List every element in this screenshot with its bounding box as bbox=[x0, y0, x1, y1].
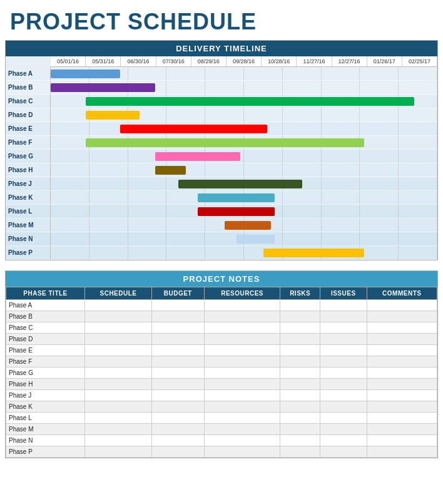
gantt-bar bbox=[198, 193, 275, 202]
gantt-row-label: Phase F bbox=[6, 136, 51, 149]
notes-cell bbox=[204, 446, 280, 458]
gantt-bars-area bbox=[51, 81, 437, 94]
notes-table-row: Phase M bbox=[6, 424, 437, 435]
notes-table-row: Phase A bbox=[6, 300, 437, 311]
gantt-row-label: Phase K bbox=[6, 191, 51, 204]
gantt-container: 05/01/1605/31/1606/30/1607/30/1608/29/16… bbox=[6, 56, 437, 260]
notes-table-row: Phase N bbox=[6, 435, 437, 446]
notes-cell bbox=[151, 322, 204, 334]
gantt-row: Phase C bbox=[6, 95, 437, 108]
notes-cell bbox=[151, 379, 204, 390]
notes-column-header: RESOURCES bbox=[204, 287, 280, 300]
gantt-date-cell: 06/30/16 bbox=[121, 56, 156, 66]
gantt-bar bbox=[198, 207, 275, 216]
notes-phase-title: Phase H bbox=[6, 379, 85, 390]
notes-cell bbox=[85, 345, 152, 356]
notes-table-row: Phase G bbox=[6, 368, 437, 379]
notes-table-row: Phase B bbox=[6, 311, 437, 322]
gantt-bars-area bbox=[51, 205, 437, 218]
notes-cell bbox=[320, 379, 367, 390]
notes-column-header: RISKS bbox=[280, 287, 320, 300]
gantt-section: DELIVERY TIMELINE 05/01/1605/31/1606/30/… bbox=[5, 40, 438, 260]
gantt-row-label: Phase N bbox=[6, 232, 51, 245]
gantt-row: Phase E bbox=[6, 122, 437, 136]
notes-cell bbox=[367, 424, 437, 435]
gantt-row: Phase F bbox=[6, 136, 437, 150]
gantt-bar bbox=[86, 138, 364, 147]
notes-cell bbox=[151, 446, 204, 458]
notes-cell bbox=[280, 300, 320, 311]
gantt-row: Phase M bbox=[6, 219, 437, 232]
gantt-bar bbox=[263, 249, 364, 257]
gantt-bars-area bbox=[51, 95, 437, 108]
notes-cell bbox=[320, 413, 367, 424]
notes-cell bbox=[204, 345, 280, 356]
notes-cell bbox=[280, 345, 320, 356]
gantt-date-cell: 05/31/16 bbox=[86, 56, 121, 66]
gantt-row-label: Phase B bbox=[6, 81, 51, 94]
notes-cell bbox=[204, 413, 280, 424]
notes-cell bbox=[367, 379, 437, 390]
notes-cell bbox=[320, 446, 367, 458]
notes-cell bbox=[367, 401, 437, 413]
notes-cell bbox=[85, 311, 152, 322]
notes-cell bbox=[367, 322, 437, 334]
gantt-bar bbox=[155, 166, 186, 175]
gantt-bars-area bbox=[51, 232, 437, 245]
notes-table: PHASE TITLESCHEDULEBUDGETRESOURCESRISKSI… bbox=[6, 287, 437, 458]
gantt-bars-area bbox=[51, 246, 437, 259]
notes-cell bbox=[85, 334, 152, 345]
notes-cell bbox=[280, 424, 320, 435]
notes-cell bbox=[151, 368, 204, 379]
notes-phase-title: Phase N bbox=[6, 435, 85, 446]
gantt-bars-area bbox=[51, 150, 437, 163]
notes-cell bbox=[280, 379, 320, 390]
notes-cell bbox=[151, 401, 204, 413]
notes-column-header: BUDGET bbox=[151, 287, 204, 300]
gantt-row-label: Phase C bbox=[6, 95, 51, 108]
notes-cell bbox=[367, 356, 437, 368]
notes-phase-title: Phase L bbox=[6, 413, 85, 424]
gantt-row-label: Phase P bbox=[6, 246, 51, 259]
notes-cell bbox=[151, 345, 204, 356]
notes-phase-title: Phase J bbox=[6, 390, 85, 401]
notes-cell bbox=[320, 390, 367, 401]
notes-cell bbox=[367, 345, 437, 356]
gantt-bars-area bbox=[51, 67, 437, 80]
notes-cell bbox=[320, 356, 367, 368]
gantt-bar bbox=[155, 152, 240, 161]
gantt-bars-area bbox=[51, 177, 437, 190]
notes-phase-title: Phase D bbox=[6, 334, 85, 345]
notes-phase-title: Phase G bbox=[6, 368, 85, 379]
notes-cell bbox=[204, 300, 280, 311]
notes-cell bbox=[151, 435, 204, 446]
notes-table-row: Phase J bbox=[6, 390, 437, 401]
notes-cell bbox=[85, 322, 152, 334]
gantt-header: DELIVERY TIMELINE bbox=[6, 41, 437, 56]
notes-cell bbox=[85, 413, 152, 424]
notes-phase-title: Phase E bbox=[6, 345, 85, 356]
notes-table-row: Phase D bbox=[6, 334, 437, 345]
notes-cell bbox=[320, 345, 367, 356]
gantt-row: Phase N bbox=[6, 232, 437, 246]
notes-table-row: Phase K bbox=[6, 401, 437, 413]
notes-cell bbox=[367, 368, 437, 379]
gantt-row: Phase J bbox=[6, 177, 437, 191]
notes-cell bbox=[204, 322, 280, 334]
notes-cell bbox=[280, 368, 320, 379]
gantt-bars-area bbox=[51, 191, 437, 204]
notes-cell bbox=[280, 413, 320, 424]
gantt-row-label: Phase D bbox=[6, 108, 51, 121]
page-title: PROJECT SCHEDULE bbox=[0, 0, 443, 40]
notes-cell bbox=[85, 401, 152, 413]
gantt-row-label: Phase M bbox=[6, 219, 51, 232]
notes-cell bbox=[151, 413, 204, 424]
gantt-bar bbox=[237, 235, 275, 244]
notes-cell bbox=[280, 311, 320, 322]
gantt-bars-area bbox=[51, 108, 437, 121]
gantt-row: Phase K bbox=[6, 191, 437, 205]
gantt-bar bbox=[178, 180, 302, 188]
notes-table-row: Phase F bbox=[6, 356, 437, 368]
notes-phase-title: Phase P bbox=[6, 446, 85, 458]
gantt-bars-area bbox=[51, 163, 437, 177]
